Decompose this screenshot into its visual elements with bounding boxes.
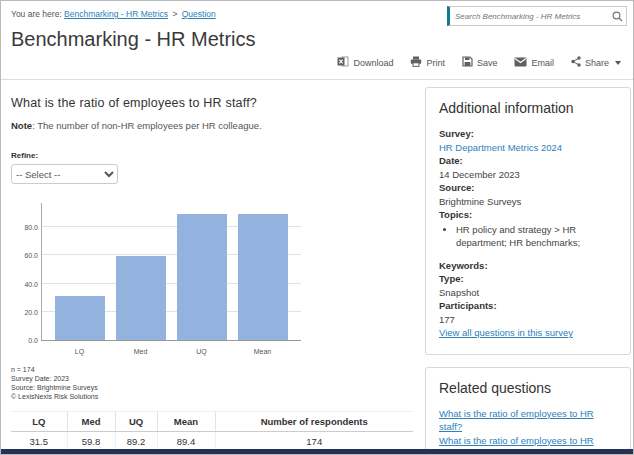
chart-footer-date: Survey Date: 2023 [11,374,415,383]
date-label: Date: [439,154,617,168]
refine-label: Refine: [11,151,415,160]
y-tick-label: 20.0 [12,309,38,316]
bar-rect [116,256,166,340]
chart-plot: 0.020.040.060.080.0 [41,203,301,341]
source-value: Brightmine Surveys [439,195,617,209]
chart-bars [42,203,301,340]
share-label: Share [585,58,609,68]
view-all-questions-link[interactable]: View all questions in this survey [439,327,573,338]
save-button[interactable]: Save [462,56,498,69]
y-tick-label: 60.0 [12,252,38,259]
topic-item: HR policy and strategy > HR department; … [456,223,617,250]
additional-info-box: Additional information Survey: HR Depart… [425,87,631,355]
save-floppy-icon [462,56,473,69]
col-header-med: Med [67,412,115,432]
col-header-respondents: Number of respondents [215,412,413,432]
search-icon[interactable] [608,11,626,22]
table-header-row: LQ Med UQ Mean Number of respondents [11,412,413,432]
share-icon [571,56,581,69]
question-note: Note: The number of non-HR employees per… [11,120,415,131]
page-title: Benchmarking - HR Metrics [11,28,623,51]
additional-info-title: Additional information [439,100,617,116]
download-button[interactable]: Download [337,56,393,69]
printer-icon [410,56,422,69]
keywords-label: Keywords: [439,259,617,273]
x-tick-label: LQ [49,348,110,355]
survey-link[interactable]: HR Department Metrics 2024 [439,142,562,153]
bar-lq [50,203,111,340]
type-label: Type: [439,272,617,286]
question-panel: What is the ratio of employees to HR sta… [1,80,415,449]
survey-label: Survey: [439,127,617,141]
search-box [447,6,627,26]
y-tick-label: 80.0 [12,224,38,231]
note-text: : The number of non-HR employees per HR … [32,120,262,131]
topics-label: Topics: [439,208,617,222]
related-questions-title: Related questions [439,380,617,396]
bar-chart: 0.020.040.060.080.0 LQMedUQMean [11,197,311,357]
bar-uq [172,203,233,340]
sidebar: Additional information Survey: HR Depart… [425,80,631,449]
breadcrumb-link-question[interactable]: Question [182,9,216,19]
chevron-down-icon [615,61,621,65]
email-button[interactable]: Email [514,57,554,69]
bar-rect [55,296,105,340]
breadcrumb-prefix: You are here: [11,9,62,19]
save-label: Save [477,58,498,68]
bar-med [111,203,172,340]
x-tick-label: Mean [232,348,293,355]
header: You are here: Benchmarking - HR Metrics … [1,1,633,51]
toolbar: Download Print Save Email Share [337,56,621,69]
col-header-uq: UQ [115,412,157,432]
download-label: Download [353,58,393,68]
email-label: Email [531,58,554,68]
x-tick-label: UQ [171,348,232,355]
stats-table: LQ Med UQ Mean Number of respondents 31.… [11,411,413,452]
related-questions-box: Related questions What is the ratio of e… [425,367,631,455]
email-envelope-icon [514,57,527,69]
page-bottom-bar [1,449,633,454]
source-label: Source: [439,181,617,195]
participants-label: Participants: [439,299,617,313]
x-tick-label: Med [110,348,171,355]
chart-footer-source: Source: Brightmine Surveys [11,383,415,392]
chart-footer-copyright: © LexisNexis Risk Solutions [11,392,415,401]
share-button[interactable]: Share [571,56,621,69]
bar-mean [232,203,293,340]
topics-list: HR policy and strategy > HR department; … [439,223,617,250]
note-label: Note [11,120,32,131]
question-title: What is the ratio of employees to HR sta… [11,96,415,110]
download-excel-icon [337,56,349,69]
participants-value: 177 [439,313,617,327]
chart-footer-n: n = 174 [11,365,415,374]
print-label: Print [426,58,445,68]
date-value: 14 December 2023 [439,168,617,182]
type-value: Snapshot [439,286,617,300]
breadcrumb-separator: > [172,9,177,19]
bar-rect [238,214,288,340]
breadcrumb-link-section[interactable]: Benchmarking - HR Metrics [64,9,168,19]
y-tick-label: 0.0 [12,337,38,344]
col-header-lq: LQ [11,412,67,432]
chart-x-labels: LQMedUQMean [41,348,301,355]
refine-select[interactable]: -- Select -- [11,164,118,184]
col-header-mean: Mean [157,412,215,432]
search-input[interactable] [450,12,608,21]
bar-rect [177,214,227,340]
main-content: What is the ratio of employees to HR sta… [1,80,633,449]
y-tick-label: 40.0 [12,281,38,288]
related-question-link[interactable]: What is the ratio of employees to HR sta… [439,407,617,434]
chart-footer: n = 174 Survey Date: 2023 Source: Bright… [11,365,415,401]
print-button[interactable]: Print [410,56,445,69]
